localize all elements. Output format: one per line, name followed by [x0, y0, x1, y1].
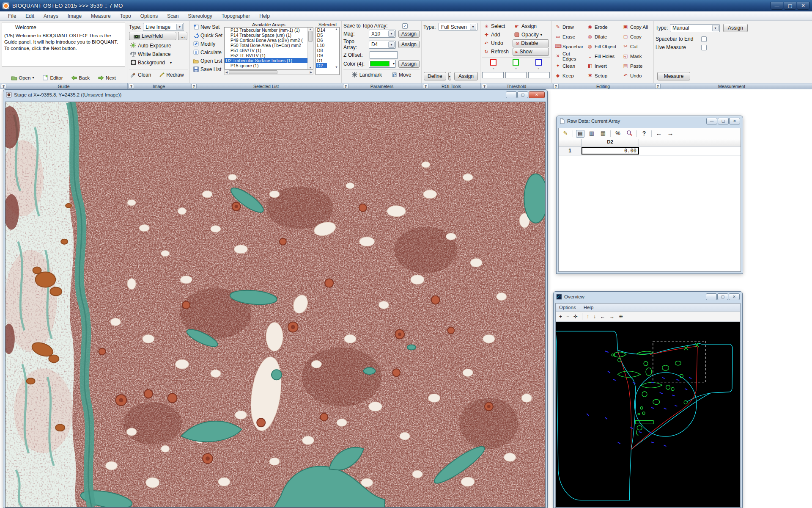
erode-button[interactable]: ◉Erode: [586, 24, 621, 30]
color-assign-button[interactable]: Assign: [398, 60, 420, 68]
red-channel-input[interactable]: [482, 72, 504, 78]
raw-data-titlebar[interactable]: Raw Data: Current Array — ▢ ✕: [557, 116, 743, 126]
scroll-left-icon[interactable]: ◀: [225, 71, 228, 74]
new-set-button[interactable]: New Set: [192, 24, 221, 30]
scroll-up-icon[interactable]: ▲: [334, 28, 339, 30]
chevron-down-icon[interactable]: ▾: [712, 25, 719, 31]
list-item[interactable]: P50 Total Bone Area (Tb+Cor) mm2: [225, 43, 313, 48]
erase-button[interactable]: ▭Erase: [554, 33, 586, 40]
available-hscrollbar[interactable]: ◀ ▶: [224, 69, 313, 75]
background-button[interactable]: Background ▾: [129, 59, 173, 66]
keep-button[interactable]: ◆Keep: [554, 72, 586, 79]
available-arrays-list[interactable]: P13 Trabecular Number (mm-1) (1) P14 Tra…: [224, 27, 313, 69]
blue-channel-swatch[interactable]: [535, 59, 542, 66]
paste-button[interactable]: ▤Paste: [621, 63, 652, 69]
overview-menu-options[interactable]: Options: [559, 305, 576, 310]
background-dropdown-icon[interactable]: ▾: [170, 61, 172, 65]
overview-maximize-button[interactable]: ▢: [717, 293, 728, 300]
redraw-button[interactable]: Redraw: [157, 72, 185, 78]
help-icon[interactable]: ?: [191, 84, 197, 89]
open-list-button[interactable]: Open List: [192, 58, 223, 64]
stage-titlebar[interactable]: Stage at X=-9385.8, Y=2435.2 ((Unsaved I…: [3, 90, 547, 100]
open-dropdown-icon[interactable]: ▾: [32, 76, 34, 80]
spacebar-to-end-checkbox[interactable]: [701, 36, 707, 42]
threshold-opacity-button[interactable]: Opacity▾: [513, 31, 549, 38]
more-button[interactable]: ...: [178, 32, 187, 40]
fill-holes-button[interactable]: ◒Fill Holes: [586, 53, 621, 59]
copy-button[interactable]: ▢Copy: [621, 33, 652, 40]
white-balance-button[interactable]: White Balance: [129, 51, 172, 58]
blue-channel-input[interactable]: [528, 72, 550, 78]
list-item[interactable]: P49 Cortical Bone Area (cBV) mm2 (: [225, 38, 313, 43]
dilate-button[interactable]: ◎Dilate: [586, 33, 621, 40]
overview-menu-help[interactable]: Help: [584, 305, 594, 310]
auto-exposure-button[interactable]: Auto Exposure: [129, 42, 173, 49]
cut-edges-button[interactable]: ✕Cut Edges: [554, 51, 586, 62]
chevron-down-icon[interactable]: ▾: [393, 62, 395, 66]
chevron-down-icon[interactable]: ▾: [388, 30, 395, 37]
chevron-down-icon[interactable]: ▾: [470, 24, 476, 30]
move-button[interactable]: Move: [390, 72, 412, 78]
available-scrollbar[interactable]: ▲ ▼: [307, 28, 313, 69]
scroll-down-icon[interactable]: ▼: [334, 66, 339, 69]
menu-options[interactable]: Options: [136, 12, 162, 20]
scroll-right-icon[interactable]: ▶: [309, 71, 313, 74]
move-left-icon[interactable]: ←: [600, 314, 605, 320]
threshold-add-button[interactable]: ✚Add: [482, 31, 513, 38]
menu-topo[interactable]: Topo: [115, 12, 136, 20]
spacebar-button[interactable]: ⌨Spacebar: [554, 43, 586, 50]
list-item[interactable]: P15 ignore (1): [225, 63, 313, 68]
help-icon[interactable]: ?: [640, 130, 648, 138]
stage-maximize-button[interactable]: ▢: [517, 91, 528, 98]
menu-measure[interactable]: Measure: [86, 12, 115, 20]
quick-set-button[interactable]: Quick Set: [192, 32, 224, 39]
green-channel-swatch[interactable]: [513, 59, 519, 66]
topo-assign-button[interactable]: Assign: [398, 41, 420, 48]
zoom-out-icon[interactable]: −: [566, 314, 569, 320]
hscroll-thumb[interactable]: [229, 70, 277, 74]
fill-object-button[interactable]: ◍Fill Object: [586, 43, 621, 50]
stage-close-button[interactable]: ✕: [529, 91, 545, 98]
single-list-view-icon[interactable]: ▤: [576, 130, 584, 138]
measure-type-combo[interactable]: Manual▾: [670, 24, 720, 32]
back-button[interactable]: Back: [70, 75, 91, 81]
live-measure-checkbox[interactable]: [701, 45, 707, 50]
scroll-down-icon[interactable]: ▼: [308, 66, 313, 69]
menu-arrays[interactable]: Arrays: [39, 12, 63, 20]
measure-assign-button[interactable]: Assign: [723, 24, 748, 32]
scroll-up-icon[interactable]: ▲: [308, 28, 313, 30]
list-item[interactable]: P52 Tt. BV/TV (1): [225, 53, 313, 58]
cut-button[interactable]: ✂Cut: [621, 43, 652, 50]
list-item[interactable]: P51 cBV/TV (1): [225, 48, 313, 53]
editor-button[interactable]: Editor: [41, 75, 64, 81]
stage-minimize-button[interactable]: —: [506, 91, 517, 98]
mag-assign-button[interactable]: Assign: [398, 30, 420, 38]
raw-data-close-button[interactable]: ✕: [729, 118, 740, 124]
landmark-button[interactable]: Landmark: [351, 72, 383, 78]
opacity-dropdown-icon[interactable]: ▾: [540, 33, 542, 37]
live-held-button[interactable]: Live/Held: [129, 32, 176, 40]
pan-icon[interactable]: ✛: [573, 314, 578, 320]
clean-button[interactable]: Clean: [129, 72, 152, 78]
help-icon[interactable]: ?: [655, 84, 661, 89]
move-up-icon[interactable]: ↑: [587, 314, 589, 320]
selected-list[interactable]: D14 D5 D6 L10 D8 D9 D1 D2 ▲ ▼: [315, 27, 340, 75]
selected-scrollbar[interactable]: ▲ ▼: [334, 28, 339, 75]
threshold-select-button[interactable]: ✳Select: [482, 23, 513, 30]
data-cell[interactable]: 0.00: [582, 147, 639, 155]
help-icon[interactable]: ?: [482, 84, 487, 89]
list-item[interactable]: P14 Trabecular Space (um) (1): [225, 33, 313, 38]
move-down-icon[interactable]: ↓: [593, 314, 596, 320]
close-button[interactable]: ✕: [797, 2, 809, 10]
draw-button[interactable]: ✎Draw: [554, 24, 586, 30]
measure-button[interactable]: Measure: [657, 72, 690, 80]
calculate-button[interactable]: Calculate: [192, 49, 223, 56]
scroll-thumb[interactable]: [308, 31, 313, 42]
zoom-in-icon[interactable]: +: [559, 314, 562, 320]
move-right-icon[interactable]: →: [609, 314, 614, 320]
magnifier-icon[interactable]: [625, 130, 634, 138]
grid-view-icon[interactable]: ▦: [599, 130, 607, 138]
undo-edit-button[interactable]: ↶Undo: [621, 72, 652, 79]
help-icon[interactable]: ?: [129, 84, 134, 89]
invert-button[interactable]: ◧Invert: [586, 63, 621, 69]
